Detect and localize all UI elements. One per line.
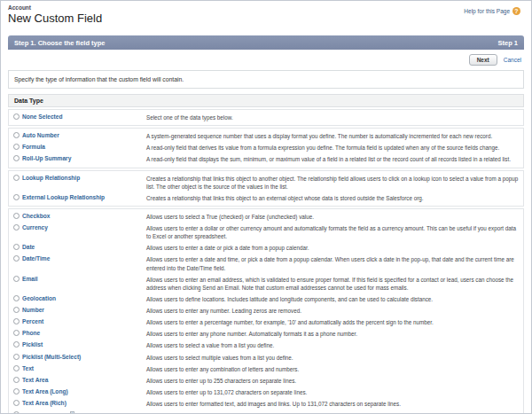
field-type-option-lookup-relationship[interactable]: Lookup Relationship bbox=[13, 175, 146, 183]
field-type-option-external-lookup-relationship[interactable]: External Lookup Relationship bbox=[13, 194, 146, 202]
page-title: New Custom Field bbox=[8, 12, 524, 25]
field-type-option-none-selected[interactable]: None Selected bbox=[13, 113, 146, 121]
field-type-option-picklist-multi-select[interactable]: Picklist (Multi-Select) bbox=[13, 354, 146, 362]
step-number: Step 1 bbox=[497, 39, 518, 47]
radio-auto-number[interactable] bbox=[13, 132, 20, 138]
field-type-label[interactable]: Text bbox=[22, 365, 34, 373]
field-type-row-date: DateAllows users to enter a date or pick… bbox=[9, 242, 523, 254]
top-actions: Next Cancel bbox=[8, 50, 524, 70]
radio-external-lookup-relationship[interactable] bbox=[13, 194, 20, 200]
field-type-label[interactable]: Currency bbox=[22, 224, 48, 232]
field-type-description: Allows users to define locations. Includ… bbox=[146, 295, 519, 303]
field-type-option-phone[interactable]: Phone bbox=[13, 330, 146, 338]
radio-text-area-rich[interactable] bbox=[13, 400, 20, 406]
field-type-row-date-time: Date/TimeAllows users to enter a date an… bbox=[9, 254, 523, 273]
field-type-label[interactable]: Text Area (Long) bbox=[22, 388, 68, 396]
field-type-label[interactable]: Date/Time bbox=[22, 255, 50, 263]
field-type-option-text-area-long[interactable]: Text Area (Long) bbox=[13, 388, 146, 396]
field-type-option-date-time[interactable]: Date/Time bbox=[13, 255, 146, 263]
field-type-description: Select one of the data types below. bbox=[146, 113, 519, 121]
field-type-row-text: TextAllows users to enter any combinatio… bbox=[9, 363, 523, 375]
field-type-label[interactable]: Geolocation bbox=[22, 295, 56, 303]
radio-email[interactable] bbox=[13, 276, 20, 282]
field-type-row-picklist-multi-select: Picklist (Multi-Select)Allows users to s… bbox=[9, 352, 523, 363]
field-type-row-none-selected: None SelectedSelect one of the data type… bbox=[9, 112, 523, 123]
field-type-label[interactable]: None Selected bbox=[22, 113, 62, 121]
radio-picklist[interactable] bbox=[13, 341, 20, 348]
radio-number[interactable] bbox=[13, 307, 20, 313]
field-type-option-picklist[interactable]: Picklist bbox=[13, 341, 146, 349]
radio-percent[interactable] bbox=[13, 318, 20, 324]
field-type-row-formula: FormulaA read-only field that derives it… bbox=[9, 142, 523, 153]
instruction-text: Specify the type of information that the… bbox=[8, 70, 524, 89]
field-type-label[interactable]: Text Area (Rich) bbox=[22, 400, 66, 408]
field-type-label[interactable]: External Lookup Relationship bbox=[22, 194, 105, 202]
field-type-label[interactable]: Picklist (Multi-Select) bbox=[22, 354, 81, 362]
field-type-label[interactable]: Phone bbox=[22, 330, 40, 338]
field-type-label[interactable]: Lookup Relationship bbox=[22, 175, 80, 183]
radio-lookup-relationship[interactable] bbox=[13, 175, 20, 181]
field-type-option-text-area[interactable]: Text Area bbox=[13, 377, 146, 385]
field-type-option-email[interactable]: Email bbox=[13, 276, 146, 284]
field-type-label[interactable]: Number bbox=[22, 307, 44, 315]
radio-phone[interactable] bbox=[13, 330, 20, 336]
field-type-description: Creates a relationship that links this o… bbox=[146, 175, 519, 191]
radio-text-area-long[interactable] bbox=[13, 388, 20, 394]
field-type-row-roll-up-summary: Roll-Up SummaryA read-only field that di… bbox=[9, 153, 523, 165]
cancel-link-top[interactable]: Cancel bbox=[504, 57, 521, 63]
field-type-row-currency: CurrencyAllows users to enter a dollar o… bbox=[9, 223, 523, 242]
radio-formula[interactable] bbox=[13, 144, 20, 150]
field-type-row-text-area-long: Text Area (Long)Allows users to enter up… bbox=[9, 387, 523, 398]
field-type-label[interactable]: Percent bbox=[22, 318, 43, 326]
field-type-row-lookup-relationship: Lookup RelationshipCreates a relationshi… bbox=[9, 173, 523, 192]
field-type-description: Allows users to enter a dollar or other … bbox=[146, 224, 519, 240]
field-type-row-auto-number: Auto NumberA system-generated sequence n… bbox=[9, 130, 523, 142]
field-type-description: Allows users to select a value from a li… bbox=[146, 341, 519, 349]
radio-geolocation[interactable] bbox=[13, 295, 20, 301]
field-type-label[interactable]: Date bbox=[22, 244, 35, 252]
radio-checkbox[interactable] bbox=[13, 213, 20, 219]
field-type-option-geolocation[interactable]: Geolocation bbox=[13, 295, 146, 303]
help-icon[interactable]: ? bbox=[512, 7, 520, 15]
field-type-row-phone: PhoneAllows users to enter any phone num… bbox=[9, 328, 523, 340]
field-type-option-currency[interactable]: Currency bbox=[13, 224, 146, 232]
field-type-description: Allows users to enter a date and time, o… bbox=[146, 255, 519, 271]
help-for-this-page-link[interactable]: Help for this Page bbox=[464, 8, 510, 14]
field-type-label[interactable]: Roll-Up Summary bbox=[22, 155, 71, 163]
radio-date[interactable] bbox=[13, 244, 20, 250]
radio-text-area[interactable] bbox=[13, 377, 20, 383]
radio-picklist-multi-select[interactable] bbox=[13, 354, 20, 360]
field-type-option-text[interactable]: Text bbox=[13, 365, 146, 373]
field-type-option-number[interactable]: Number bbox=[13, 307, 146, 315]
new-custom-field-page: Account New Custom Field Help for this P… bbox=[1, 1, 531, 414]
next-button-top[interactable]: Next bbox=[469, 54, 497, 66]
field-type-option-checkbox[interactable]: Checkbox bbox=[13, 213, 146, 221]
radio-roll-up-summary[interactable] bbox=[13, 155, 20, 161]
field-type-description: Allows users to enter any combination of… bbox=[146, 365, 519, 373]
step-title: Step 1. Choose the field type bbox=[14, 39, 106, 47]
field-type-description: Allows users to enter any phone number. … bbox=[146, 330, 519, 338]
field-type-option-auto-number[interactable]: Auto Number bbox=[13, 132, 146, 140]
field-type-label[interactable]: Checkbox bbox=[22, 213, 51, 221]
radio-currency[interactable] bbox=[13, 224, 20, 230]
radio-date-time[interactable] bbox=[13, 255, 20, 262]
field-type-option-formula[interactable]: Formula bbox=[13, 144, 146, 152]
field-type-label[interactable]: Formula bbox=[22, 144, 45, 152]
field-type-description: Allows users to enter a date or pick a d… bbox=[146, 244, 519, 252]
field-type-label[interactable]: Auto Number bbox=[22, 132, 59, 140]
field-type-option-percent[interactable]: Percent bbox=[13, 318, 146, 326]
field-type-label[interactable]: Email bbox=[22, 276, 38, 284]
data-type-section-header: Data Type bbox=[8, 94, 524, 107]
data-type-group: Lookup RelationshipCreates a relationshi… bbox=[8, 170, 524, 207]
field-type-description: A system-generated sequence number that … bbox=[146, 132, 519, 140]
field-type-option-text-area-rich[interactable]: Text Area (Rich) bbox=[13, 400, 146, 408]
field-type-row-checkbox: CheckboxAllows users to select a True (c… bbox=[9, 211, 523, 223]
field-type-option-date[interactable]: Date bbox=[13, 244, 146, 252]
field-type-label[interactable]: Text Area bbox=[22, 377, 48, 385]
radio-text[interactable] bbox=[13, 365, 20, 371]
field-type-label[interactable]: Picklist bbox=[22, 341, 43, 349]
field-type-option-roll-up-summary[interactable]: Roll-Up Summary bbox=[13, 155, 146, 163]
data-type-group: Auto NumberA system-generated sequence n… bbox=[8, 128, 524, 168]
radio-none-selected[interactable] bbox=[13, 113, 20, 120]
field-type-description: Allows users to select a True (checked) … bbox=[146, 213, 519, 221]
